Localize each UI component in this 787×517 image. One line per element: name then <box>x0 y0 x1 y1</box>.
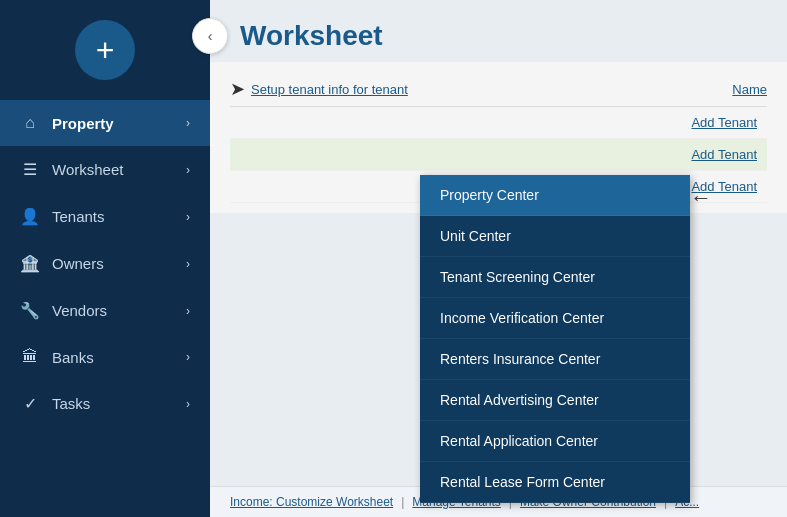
property-label: Property <box>52 115 114 132</box>
plus-icon: + <box>96 34 115 66</box>
chevron-right-icon-6: › <box>186 350 190 364</box>
sidebar-nav: ⌂ Property › ☰ Worksheet › 👤 Tenants › 🏦… <box>0 100 210 517</box>
sidebar-item-tasks[interactable]: ✓ Tasks › <box>0 380 210 427</box>
sidebar-item-banks[interactable]: 🏛 Banks › <box>0 334 210 380</box>
dropdown-arrow-indicator: ← <box>690 185 712 211</box>
owners-label: Owners <box>52 255 104 272</box>
worksheet-label: Worksheet <box>52 161 123 178</box>
banks-label: Banks <box>52 349 94 366</box>
add-tenant-link-1[interactable]: Add Tenant <box>691 115 767 130</box>
chevron-right-icon-3: › <box>186 210 190 224</box>
home-icon: ⌂ <box>20 114 40 132</box>
collapse-button[interactable]: ‹ <box>192 18 228 54</box>
tasks-icon: ✓ <box>20 394 40 413</box>
dropdown-item-rental-advertising[interactable]: Rental Advertising Center <box>420 380 690 421</box>
vendors-label: Vendors <box>52 302 107 319</box>
name-column-header: Name <box>732 82 767 97</box>
dropdown-item-unit-center[interactable]: Unit Center <box>420 216 690 257</box>
main-content: Worksheet ➤ Setup tenant info for tenant… <box>210 0 787 517</box>
tenants-label: Tenants <box>52 208 105 225</box>
chevron-right-icon: › <box>186 116 190 130</box>
dropdown-item-rental-application[interactable]: Rental Application Center <box>420 421 690 462</box>
worksheet-header: Worksheet <box>210 0 787 62</box>
chevron-right-icon-7: › <box>186 397 190 411</box>
dropdown-item-income-verification[interactable]: Income Verification Center <box>420 298 690 339</box>
chevron-right-icon-5: › <box>186 304 190 318</box>
sidebar-item-vendors[interactable]: 🔧 Vendors › <box>0 287 210 334</box>
chevron-right-icon-2: › <box>186 163 190 177</box>
chevron-right-icon-4: › <box>186 257 190 271</box>
table-row: Add Tenant <box>230 107 767 139</box>
vendors-icon: 🔧 <box>20 301 40 320</box>
table-header-row: ➤ Setup tenant info for tenant Name <box>230 72 767 107</box>
sidebar: ‹ + ⌂ Property › ☰ Worksheet › 👤 Tenants… <box>0 0 210 517</box>
add-button[interactable]: + <box>75 20 135 80</box>
dropdown-item-rental-lease[interactable]: Rental Lease Form Center <box>420 462 690 503</box>
sidebar-item-owners[interactable]: 🏦 Owners › <box>0 240 210 287</box>
sidebar-item-property[interactable]: ⌂ Property › <box>0 100 210 146</box>
tasks-label: Tasks <box>52 395 90 412</box>
property-dropdown-menu: Property Center Unit Center Tenant Scree… <box>420 175 690 503</box>
add-tenant-link-2[interactable]: Add Tenant <box>691 147 767 162</box>
tenants-icon: 👤 <box>20 207 40 226</box>
customize-worksheet-link[interactable]: Income: Customize Worksheet <box>230 495 393 509</box>
arrow-indicator: ➤ <box>230 78 245 100</box>
dropdown-item-tenant-screening[interactable]: Tenant Screening Center <box>420 257 690 298</box>
table-row-highlight: Add Tenant <box>230 139 767 171</box>
dropdown-item-renters-insurance[interactable]: Renters Insurance Center <box>420 339 690 380</box>
worksheet-title: Worksheet <box>240 20 757 52</box>
dropdown-item-property-center[interactable]: Property Center <box>420 175 690 216</box>
sidebar-item-worksheet[interactable]: ☰ Worksheet › <box>0 146 210 193</box>
owners-icon: 🏦 <box>20 254 40 273</box>
sidebar-item-tenants[interactable]: 👤 Tenants › <box>0 193 210 240</box>
worksheet-icon: ☰ <box>20 160 40 179</box>
setup-tenant-link[interactable]: Setup tenant info for tenant <box>251 82 408 97</box>
chevron-left-icon: ‹ <box>208 28 213 44</box>
banks-icon: 🏛 <box>20 348 40 366</box>
